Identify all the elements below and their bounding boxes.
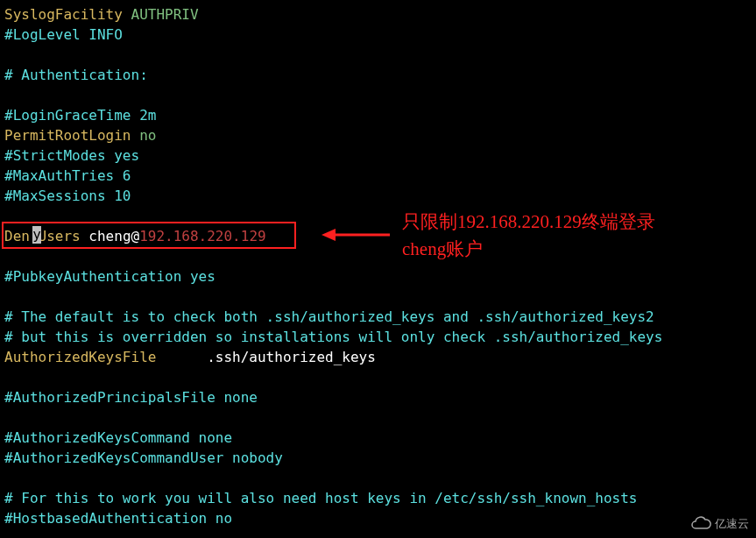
directive-text: SyslogFacility: [4, 6, 131, 23]
config-line: #PubkeyAuthentication yes: [4, 266, 752, 287]
config-line: AuthorizedKeysFile .ssh/authorized_keys: [4, 347, 752, 367]
directive-value: no: [139, 127, 156, 144]
config-line: #AuthorizedPrincipalsFile none: [4, 387, 752, 407]
config-line: #AuthorizedKeysCommand none: [4, 428, 752, 448]
annotation-line2: cheng账户: [402, 236, 655, 263]
config-line: #HostbasedAuthentication no: [4, 508, 752, 528]
comment-line: # For this to work you will also need ho…: [4, 488, 752, 508]
config-line: #MaxSessions 10: [4, 186, 752, 206]
config-line: #MaxAuthTries 6: [4, 166, 752, 186]
blank-line: [4, 45, 752, 65]
comment-line: # Authentication:: [4, 65, 752, 85]
blank-line: [4, 367, 752, 387]
ip-address: 192.168.220.129: [139, 228, 266, 244]
comment-line: # but this is overridden so installation…: [4, 327, 752, 347]
annotation-line1: 只限制192.168.220.129终端登录: [402, 209, 655, 236]
directive-value: .ssh/authorized_keys: [156, 349, 375, 365]
blank-line: [4, 85, 752, 105]
config-line: #StrictModes yes: [4, 145, 752, 166]
directive-text: PermitRootLogin: [4, 127, 139, 144]
watermark-text: 亿速云: [715, 513, 749, 534]
directive-text: AuthorizedKeysFile: [4, 349, 156, 365]
user-at-host: cheng@: [81, 228, 139, 244]
config-line: #LogLevel INFO: [4, 25, 752, 45]
config-line: #LoginGraceTime 2m: [4, 105, 752, 125]
config-line: PermitRootLogin no: [4, 125, 752, 145]
comment-line: # The default is to check both .ssh/auth…: [4, 307, 752, 327]
config-line: SyslogFacility AUTHPRIV: [4, 4, 752, 25]
watermark: 亿速云: [690, 513, 749, 534]
config-line: #AuthorizedKeysCommandUser nobody: [4, 448, 752, 468]
blank-line: [4, 407, 752, 428]
annotation-text: 只限制192.168.220.129终端登录 cheng账户: [402, 209, 655, 263]
cloud-icon: [690, 513, 711, 534]
blank-line: [4, 287, 752, 307]
directive-value: AUTHPRIV: [131, 6, 199, 23]
blank-line: [4, 468, 752, 488]
text-cursor[interactable]: y: [32, 226, 41, 244]
directive-text: Den: [4, 228, 30, 244]
